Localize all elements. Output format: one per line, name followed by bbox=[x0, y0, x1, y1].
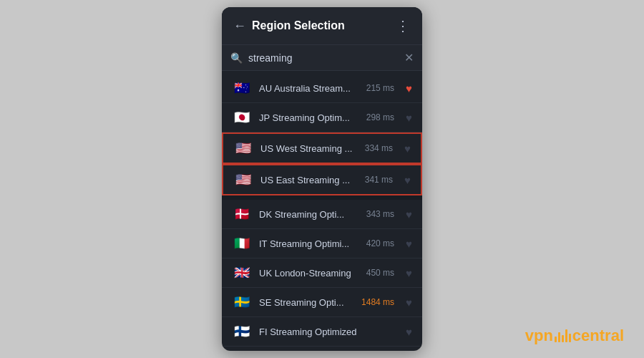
server-item-it[interactable]: 🇮🇹IT Streaming Optimi...420 ms♥ bbox=[222, 229, 422, 258]
server-item-fi[interactable]: 🇫🇮FI Streaming Optimized♥ bbox=[222, 317, 422, 347]
flag-fi: 🇫🇮 bbox=[232, 324, 252, 339]
favorite-button-fi[interactable]: ♥ bbox=[406, 326, 412, 338]
server-ping-us-west: 334 ms bbox=[365, 143, 393, 153]
server-item-jp[interactable]: 🇯🇵JP Streaming Optim...298 ms♥ bbox=[222, 103, 422, 132]
server-ping-dk: 343 ms bbox=[366, 209, 394, 219]
flag-dk: 🇩🇰 bbox=[232, 207, 252, 221]
favorite-button-it[interactable]: ♥ bbox=[406, 238, 412, 250]
server-item-us-east[interactable]: 🇺🇸US East Streaming ...341 ms♥ bbox=[222, 164, 422, 195]
favorite-button-us-east[interactable]: ♥ bbox=[404, 174, 411, 186]
server-ping-uk: 450 ms bbox=[366, 268, 394, 278]
favorite-button-us-west[interactable]: ♥ bbox=[404, 142, 411, 155]
server-ping-it: 420 ms bbox=[366, 238, 394, 248]
server-item-uk[interactable]: 🇬🇧UK London-Streaming450 ms♥ bbox=[222, 258, 422, 288]
server-name-dk: DK Streaming Opti... bbox=[259, 209, 359, 220]
server-name-fi: FI Streaming Optimized bbox=[259, 326, 360, 337]
flag-au: 🇦🇺 bbox=[232, 81, 252, 95]
server-name-se: SE Streaming Opti... bbox=[259, 297, 354, 308]
bar1 bbox=[555, 337, 557, 342]
favorite-button-se[interactable]: ♥ bbox=[406, 296, 412, 309]
watermark: vpn central bbox=[525, 326, 624, 345]
page-title: Region Selection bbox=[252, 19, 345, 32]
watermark-central-text: central bbox=[572, 326, 624, 345]
server-list: 🇦🇺AU Australia Stream...215 ms♥🇯🇵JP Stre… bbox=[222, 71, 422, 351]
back-button[interactable]: ← bbox=[233, 19, 246, 34]
server-ping-se: 1484 ms bbox=[361, 297, 394, 307]
flag-it: 🇮🇹 bbox=[232, 236, 252, 251]
more-button[interactable]: ⋮ bbox=[396, 17, 411, 34]
server-name-uk: UK London-Streaming bbox=[259, 268, 359, 279]
server-name-au: AU Australia Stream... bbox=[259, 83, 359, 94]
phone-container: ← Region Selection ⋮ 🔍 ✕ 🇦🇺AU Australia … bbox=[222, 7, 422, 351]
server-item-dk[interactable]: 🇩🇰DK Streaming Opti...343 ms♥ bbox=[222, 200, 422, 229]
flag-jp: 🇯🇵 bbox=[232, 110, 252, 125]
header-left: ← Region Selection bbox=[233, 19, 345, 34]
flag-se: 🇸🇪 bbox=[232, 295, 252, 309]
search-input[interactable] bbox=[248, 52, 399, 64]
server-name-it: IT Streaming Optimi... bbox=[259, 238, 359, 249]
bar5 bbox=[569, 334, 571, 342]
server-item-us-west[interactable]: 🇺🇸US West Streaming ...334 ms♥ bbox=[222, 132, 422, 164]
watermark-bars bbox=[555, 329, 571, 342]
watermark-vpn-text: vpn bbox=[525, 326, 553, 345]
favorite-button-uk[interactable]: ♥ bbox=[406, 267, 412, 279]
server-ping-us-east: 341 ms bbox=[365, 175, 393, 185]
search-bar: 🔍 ✕ bbox=[222, 45, 422, 71]
favorite-button-jp[interactable]: ♥ bbox=[406, 112, 412, 124]
flag-us-east: 🇺🇸 bbox=[233, 173, 253, 187]
bar4 bbox=[565, 329, 567, 342]
server-name-us-west: US West Streaming ... bbox=[260, 143, 358, 154]
favorite-button-dk[interactable]: ♥ bbox=[406, 208, 412, 221]
header: ← Region Selection ⋮ bbox=[222, 7, 422, 45]
clear-search-button[interactable]: ✕ bbox=[404, 51, 414, 64]
server-ping-au: 215 ms bbox=[366, 83, 394, 93]
server-name-us-east: US East Streaming ... bbox=[260, 175, 358, 185]
server-item-se[interactable]: 🇸🇪SE Streaming Opti...1484 ms♥ bbox=[222, 288, 422, 317]
bar2 bbox=[558, 332, 560, 342]
server-item-au[interactable]: 🇦🇺AU Australia Stream...215 ms♥ bbox=[222, 74, 422, 103]
flag-uk: 🇬🇧 bbox=[232, 266, 252, 280]
bar3 bbox=[562, 335, 564, 342]
favorite-button-au[interactable]: ♥ bbox=[406, 82, 412, 95]
flag-us-west: 🇺🇸 bbox=[233, 141, 253, 155]
server-name-jp: JP Streaming Optim... bbox=[259, 112, 359, 123]
search-icon: 🔍 bbox=[230, 52, 243, 64]
server-ping-jp: 298 ms bbox=[366, 112, 394, 122]
